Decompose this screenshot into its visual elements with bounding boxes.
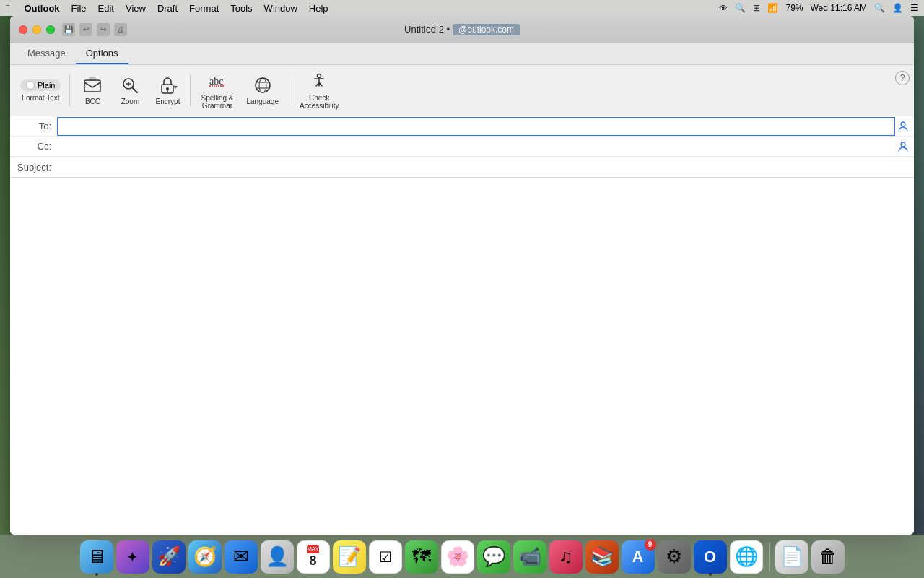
reminders-icon: ☑: [379, 548, 392, 566]
subject-input[interactable]: [57, 158, 914, 176]
titlebar-tools: 💾 ↩ ↪ 🖨: [62, 23, 127, 36]
books-icon: 📚: [590, 545, 614, 568]
dock-safari[interactable]: 🧭: [188, 540, 222, 574]
rocket-icon: 🚀: [157, 545, 180, 568]
print-button[interactable]: 🖨: [114, 23, 127, 36]
svg-text:BCC: BCC: [90, 78, 97, 82]
outlook-icon: O: [704, 548, 716, 566]
encrypt-label: Encrypt: [156, 98, 180, 105]
compose-window: 💾 ↩ ↪ 🖨 Untitled 2 • @outlook.com Messag…: [10, 16, 914, 535]
menu-edit[interactable]: Edit: [98, 3, 114, 14]
safari-icon: 🧭: [193, 545, 217, 568]
menu-tools[interactable]: Tools: [230, 3, 252, 14]
menu-file[interactable]: File: [71, 3, 87, 14]
clock: Wed 11:16 AM: [811, 3, 868, 13]
zoom-button[interactable]: Zoom: [112, 72, 148, 108]
dock-chrome[interactable]: 🌐: [730, 540, 763, 574]
help-button[interactable]: ?: [895, 71, 910, 85]
plain-label: Plain: [38, 81, 55, 90]
svg-rect-0: [84, 80, 100, 92]
minimize-button[interactable]: [32, 25, 41, 34]
email-body[interactable]: [10, 178, 914, 535]
mail-dock-icon: ✉: [233, 545, 249, 568]
accessibility-icon: [309, 72, 329, 92]
menu-help[interactable]: Help: [309, 3, 328, 14]
finder-icon: 🖥: [87, 545, 106, 568]
encrypt-button[interactable]: Encrypt: [149, 72, 186, 108]
cc-input[interactable]: [57, 137, 895, 156]
language-icon: [253, 75, 273, 95]
tab-message[interactable]: Message: [17, 44, 76, 64]
dock-messages[interactable]: 💬: [477, 540, 510, 574]
menu-extra-icon[interactable]: ☰: [910, 3, 918, 13]
subject-label: Subject:: [10, 162, 57, 173]
subject-input-wrap: [57, 158, 914, 176]
cc-input-wrap: [57, 137, 895, 156]
svg-line-4: [132, 87, 137, 92]
maps-icon: 🗺: [412, 545, 431, 568]
bcc-button[interactable]: BCC BCC: [74, 72, 110, 108]
spotlight-icon[interactable]: 🔍: [735, 3, 746, 13]
to-input[interactable]: [57, 117, 895, 136]
dock-siri[interactable]: ✦: [116, 540, 149, 574]
bcc-icon: BCC: [82, 75, 103, 95]
menu-view[interactable]: View: [126, 3, 146, 14]
menu-window[interactable]: Window: [264, 3, 297, 14]
encrypt-dropdown: [172, 84, 179, 91]
tab-bar: Message Options: [10, 43, 914, 65]
dock-divider: [769, 543, 770, 571]
siri-icon[interactable]: 👁: [719, 3, 728, 13]
dock-calendar[interactable]: MAY 8: [297, 540, 330, 574]
cc-contact-icon[interactable]: [895, 139, 911, 155]
spelling-label: Spelling & Grammar: [201, 94, 233, 110]
dock-mail[interactable]: ✉: [225, 540, 258, 574]
dock-trash[interactable]: 🗑: [811, 540, 845, 574]
bcc-label: BCC: [85, 98, 100, 105]
dock-facetime[interactable]: 📹: [513, 540, 546, 574]
format-text-group[interactable]: Plain Format Text: [16, 77, 65, 105]
dock-music[interactable]: ♫: [549, 540, 583, 574]
fullscreen-button[interactable]: [46, 25, 55, 34]
to-contact-icon[interactable]: [895, 118, 911, 134]
svg-point-8: [166, 87, 169, 90]
menu-draft[interactable]: Draft: [157, 3, 178, 14]
accessibility-label: Check Accessibility: [300, 94, 339, 110]
dock-maps[interactable]: 🗺: [405, 540, 438, 574]
zoom-label: Zoom: [121, 98, 140, 105]
dock-system[interactable]: ⚙: [658, 540, 691, 574]
zoom-icon: [120, 75, 140, 95]
dock-notes[interactable]: 📝: [333, 540, 366, 574]
tab-options[interactable]: Options: [76, 44, 128, 64]
dock-outlook[interactable]: O: [694, 540, 727, 574]
svg-point-19: [901, 142, 905, 147]
dock-photos[interactable]: 🌸: [441, 540, 474, 574]
window-title: Untitled 2 • @outlook.com: [404, 24, 520, 35]
facetime-icon: 📹: [518, 545, 541, 568]
dock-books[interactable]: 📚: [585, 540, 619, 574]
controlcenter-icon[interactable]: ⊞: [753, 3, 760, 13]
dock-newfile[interactable]: 📄: [775, 540, 808, 574]
dock-appstore[interactable]: A 9: [622, 540, 655, 574]
dock-finder[interactable]: 🖥: [80, 540, 113, 574]
dock-rocketlaunch[interactable]: 🚀: [152, 540, 186, 574]
plain-toggle[interactable]: Plain: [20, 79, 61, 91]
redo-button[interactable]: ↪: [97, 23, 110, 36]
photos-icon: 🌸: [446, 545, 469, 568]
user-icon[interactable]: 👤: [892, 3, 903, 13]
search-icon[interactable]: 🔍: [874, 3, 885, 13]
close-button[interactable]: [19, 25, 27, 34]
save-button[interactable]: 💾: [62, 23, 75, 36]
svg-text:abc: abc: [209, 76, 223, 87]
menu-format[interactable]: Format: [189, 3, 219, 14]
apple-menu[interactable]: : [6, 2, 9, 14]
accessibility-button[interactable]: Check Accessibility: [294, 69, 344, 113]
battery-indicator: 79%: [785, 3, 803, 13]
dock-contacts[interactable]: 👤: [261, 540, 294, 574]
dock-reminders[interactable]: ☑: [369, 540, 402, 574]
menu-outlook[interactable]: Outlook: [24, 3, 59, 14]
undo-button[interactable]: ↩: [79, 23, 92, 36]
cc-row: Cc:: [10, 137, 914, 157]
language-button[interactable]: Language: [241, 72, 285, 108]
to-input-wrap: [57, 117, 895, 136]
spelling-button[interactable]: abc Spelling & Grammar: [195, 69, 239, 113]
